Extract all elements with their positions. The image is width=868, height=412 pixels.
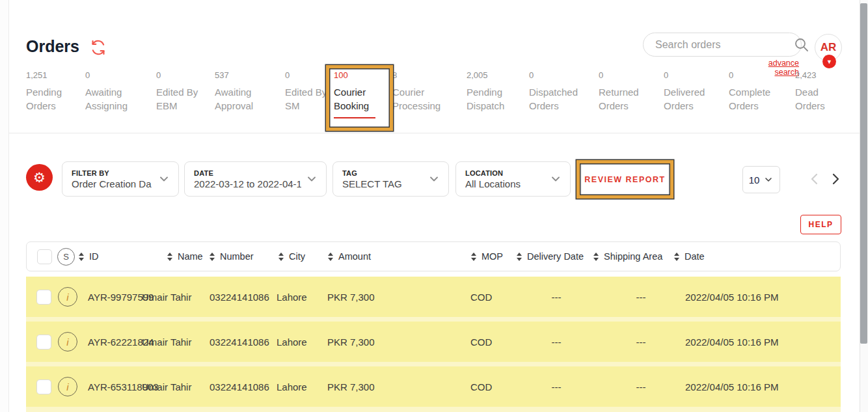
- gear-icon: ⚙: [33, 170, 46, 185]
- tab-dead-orders[interactable]: 2,423Dead Orders: [795, 70, 847, 113]
- scrollbar-track[interactable]: [860, 0, 868, 412]
- location-dropdown[interactable]: LOCATIONAll Locations: [455, 161, 571, 197]
- select-all-checkbox[interactable]: [37, 249, 52, 264]
- tab-courier-processing[interactable]: 8Courier Processing: [392, 70, 467, 113]
- help-button[interactable]: HELP: [800, 215, 841, 234]
- scrollbar-thumb[interactable]: [860, 3, 867, 344]
- tab-dispatched-orders[interactable]: 0Dispatched Orders: [529, 70, 599, 113]
- tab-delivered-orders[interactable]: 0Delivered Orders: [664, 70, 729, 113]
- tag-dropdown[interactable]: TAGSELECT TAG: [332, 161, 449, 197]
- sort-icon: [79, 253, 84, 261]
- cell-name: Umair Tahir: [142, 322, 191, 362]
- chevron-down-icon: [427, 172, 441, 185]
- sort-icon: [278, 253, 284, 261]
- cell-shipping-area: ---: [625, 322, 657, 362]
- row-checkbox[interactable]: [36, 379, 51, 394]
- sort-icon: [328, 253, 333, 261]
- tab-edited-by-ebm[interactable]: 0Edited By EBM: [156, 70, 215, 113]
- search-box: [643, 33, 802, 57]
- cell-shipping-area: ---: [625, 277, 657, 317]
- tag-value: SELECT TAG: [342, 178, 424, 189]
- search-icon[interactable]: [794, 37, 809, 53]
- tab-pending-dispatch[interactable]: 2,005Pending Dispatch: [467, 70, 529, 113]
- table-row[interactable]: i AYR-653118903 Umair Tahir 03224141086 …: [26, 366, 841, 407]
- orders-page: Orders advance search AR ▼ 1,251Pending …: [0, 0, 868, 412]
- page-title: Orders: [26, 37, 79, 56]
- refresh-icon[interactable]: [90, 39, 107, 56]
- row-checkbox[interactable]: [36, 290, 51, 305]
- filter-by-label: FILTER BY: [72, 169, 154, 177]
- column-header-mop[interactable]: MOP: [471, 242, 503, 271]
- row-checkbox[interactable]: [36, 335, 51, 350]
- sort-icon: [593, 253, 599, 261]
- table-row[interactable]: i AYR-62221824 Umair Tahir 03224141086 L…: [26, 322, 841, 362]
- previous-page-button[interactable]: [807, 171, 822, 187]
- row-checkbox-wrap: [36, 322, 51, 362]
- info-icon[interactable]: i: [58, 377, 77, 396]
- date-label: DATE: [194, 169, 301, 177]
- cell-delivery-date: ---: [540, 366, 573, 407]
- sort-icon: [517, 253, 522, 261]
- tab-courier-booking[interactable]: 100Courier Booking: [334, 70, 392, 118]
- column-header-shipping-area[interactable]: Shipping Area: [593, 242, 662, 271]
- location-label: LOCATION: [465, 169, 545, 177]
- cell-number: 03224141086: [210, 322, 269, 362]
- tabs-divider: [9, 133, 860, 133]
- next-page-button[interactable]: [828, 171, 843, 187]
- column-header-id[interactable]: ID: [79, 242, 99, 271]
- status-column-icon: S: [57, 248, 75, 266]
- cell-date: 2022/04/05 10:16 PM: [685, 366, 778, 407]
- column-header-date[interactable]: Date: [674, 242, 705, 271]
- tab-returned-orders[interactable]: 0Returned Orders: [599, 70, 664, 113]
- tab-awaiting-approval[interactable]: 537Awaiting Approval: [215, 70, 285, 113]
- status-tabs: 1,251Pending Orders 0Awaiting Assigning …: [26, 70, 859, 118]
- cell-name: Umair Tahir: [142, 277, 191, 317]
- cell-delivery-date: ---: [540, 322, 573, 362]
- page-size-select[interactable]: 10: [742, 166, 780, 193]
- row-info-wrap: i: [58, 322, 77, 362]
- page-size-value: 10: [749, 174, 760, 185]
- column-header-delivery-date[interactable]: Delivery Date: [517, 242, 584, 271]
- cell-number: 03224141086: [210, 277, 269, 317]
- column-header-name[interactable]: Name: [167, 242, 203, 271]
- location-value: All Locations: [465, 178, 545, 189]
- avatar-chevron-down-icon[interactable]: ▼: [822, 55, 836, 68]
- date-value: 2022-03-12 to 2022-04-10: [194, 178, 301, 189]
- sort-icon: [210, 253, 215, 261]
- left-gutter: [0, 0, 9, 412]
- tab-awaiting-assigning[interactable]: 0Awaiting Assigning: [85, 70, 156, 113]
- column-header-number[interactable]: Number: [210, 242, 254, 271]
- tab-complete-orders[interactable]: 0Complete Orders: [729, 70, 795, 113]
- chevron-down-icon: [157, 172, 170, 185]
- table-body: i AYR-99797599 Umair Tahir 03224141086 L…: [26, 277, 841, 412]
- tab-edited-by-sm[interactable]: 0Edited By SM: [285, 70, 334, 113]
- cell-mop: COD: [470, 366, 492, 407]
- table-row[interactable]: i AYR-99797599 Umair Tahir 03224141086 L…: [26, 277, 841, 317]
- column-header-amount[interactable]: Amount: [328, 242, 371, 271]
- cell-amount: PKR 7,300: [327, 277, 375, 317]
- settings-button[interactable]: ⚙: [26, 164, 53, 191]
- filter-by-dropdown[interactable]: FILTER BYOrder Creation Da: [62, 161, 179, 197]
- cell-amount: PKR 7,300: [327, 322, 375, 362]
- column-header-city[interactable]: City: [278, 242, 305, 271]
- cell-name: Umair Tahir: [142, 366, 191, 407]
- cell-date: 2022/04/05 10:16 PM: [685, 322, 778, 362]
- row-info-wrap: i: [58, 277, 77, 317]
- info-icon[interactable]: i: [58, 332, 77, 351]
- cell-date: 2022/04/05 10:16 PM: [685, 277, 778, 317]
- date-range-dropdown[interactable]: DATE2022-03-12 to 2022-04-10: [184, 161, 327, 197]
- cell-mop: COD: [470, 322, 492, 362]
- cell-delivery-date: ---: [540, 277, 573, 317]
- cell-city: Lahore: [277, 322, 307, 362]
- review-report-button[interactable]: REVIEW REPORT: [581, 164, 669, 195]
- tab-pending-orders[interactable]: 1,251Pending Orders: [26, 70, 85, 113]
- search-input[interactable]: [655, 39, 790, 51]
- chevron-down-icon: [305, 172, 318, 185]
- info-icon[interactable]: i: [58, 287, 77, 307]
- tag-label: TAG: [342, 169, 424, 177]
- cell-amount: PKR 7,300: [327, 366, 375, 407]
- cell-city: Lahore: [277, 366, 307, 407]
- cell-number: 03224141086: [210, 366, 269, 407]
- sort-icon: [674, 253, 679, 261]
- cell-city: Lahore: [277, 277, 307, 317]
